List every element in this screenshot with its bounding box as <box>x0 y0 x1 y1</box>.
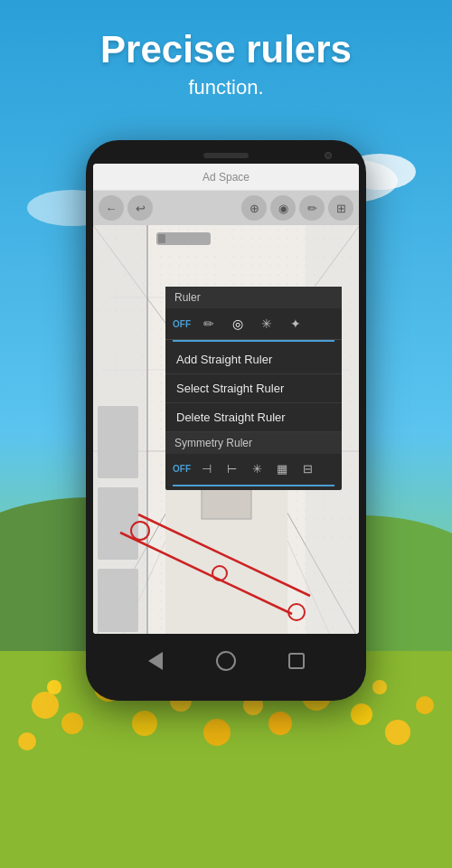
ad-space-label: Ad Space <box>202 171 250 184</box>
select-straight-ruler-item[interactable]: Select Straight Ruler <box>165 374 342 403</box>
delete-straight-ruler-item[interactable]: Delete Straight Ruler <box>165 403 342 432</box>
back-nav-icon <box>148 652 163 670</box>
toolbar-tool4-icon[interactable]: ⊞ <box>328 195 353 221</box>
svg-point-20 <box>416 696 434 714</box>
sym-icon4[interactable]: ▦ <box>272 458 292 478</box>
sym-underline <box>173 485 334 486</box>
svg-point-19 <box>385 720 410 745</box>
svg-rect-52 <box>158 234 165 243</box>
symmetry-icons-row: OFF ⊣ ⊢ ✳ ▦ ⊟ <box>165 454 342 483</box>
toolbar-tool1-icon[interactable]: ⊕ <box>241 195 267 221</box>
sym-icon5[interactable]: ⊟ <box>297 458 317 478</box>
title-main: Precise rulers <box>0 27 452 72</box>
ruler-underline <box>173 340 334 342</box>
svg-point-18 <box>351 703 372 725</box>
toolbar-back-icon[interactable]: ← <box>99 195 124 221</box>
title-section: Precise rulers function. <box>0 27 452 99</box>
symmetry-header: Symmetry Ruler <box>165 432 342 454</box>
svg-point-8 <box>32 692 59 719</box>
ruler-off-label[interactable]: OFF <box>173 319 191 329</box>
home-nav-button[interactable] <box>212 647 240 675</box>
phone-screen: Ad Space ← ↩ ⊕ ◉ ✏ ⊞ <box>93 164 359 634</box>
title-sub: function. <box>0 76 452 99</box>
svg-point-25 <box>372 680 387 694</box>
svg-point-14 <box>203 719 231 746</box>
back-nav-button[interactable] <box>142 647 169 675</box>
toolbar-tool2-icon[interactable]: ◉ <box>270 195 296 221</box>
add-straight-ruler-item[interactable]: Add Straight Ruler <box>165 345 342 374</box>
sym-icon3[interactable]: ✳ <box>247 458 267 478</box>
svg-point-16 <box>268 712 292 735</box>
toolbar-undo-icon[interactable]: ↩ <box>127 195 153 221</box>
ad-space-bar: Ad Space <box>93 164 359 191</box>
toolbar-row: ← ↩ ⊕ ◉ ✏ ⊞ <box>93 191 359 225</box>
svg-point-21 <box>47 680 61 694</box>
svg-rect-42 <box>98 569 138 632</box>
ruler-icons-row: OFF ✏ ◎ ✳ ✦ <box>165 308 342 340</box>
sym-icon2[interactable]: ⊢ <box>221 458 241 478</box>
home-nav-icon <box>216 651 236 671</box>
ruler-target-icon[interactable]: ✳ <box>256 313 278 335</box>
ruler-star-icon[interactable]: ✦ <box>285 313 306 335</box>
toolbar-tool3-icon[interactable]: ✏ <box>299 195 325 221</box>
ruler-menu-header: Ruler <box>165 287 342 308</box>
phone-speaker <box>203 153 249 158</box>
ruler-pencil-icon[interactable]: ✏ <box>198 313 220 335</box>
ruler-menu: Ruler OFF ✏ ◎ ✳ ✦ Add Straight Ruler Sel… <box>165 287 342 490</box>
canvas-area[interactable]: Ruler OFF ✏ ◎ ✳ ✦ Add Straight Ruler Sel… <box>93 225 359 634</box>
phone-bottom-nav <box>93 639 359 683</box>
phone-frame: Ad Space ← ↩ ⊕ ◉ ✏ ⊞ <box>86 140 366 701</box>
sym-icon1[interactable]: ⊣ <box>196 458 216 478</box>
sym-off-label[interactable]: OFF <box>173 464 191 474</box>
svg-point-12 <box>132 711 157 736</box>
phone-top-bar <box>93 153 359 158</box>
svg-point-9 <box>61 712 83 734</box>
phone-camera <box>325 152 332 159</box>
recent-nav-button[interactable] <box>283 647 310 675</box>
recent-nav-icon <box>288 653 305 669</box>
ruler-circle-icon[interactable]: ◎ <box>227 313 249 335</box>
svg-point-11 <box>18 732 36 750</box>
svg-rect-40 <box>98 406 138 478</box>
svg-rect-41 <box>98 487 138 560</box>
